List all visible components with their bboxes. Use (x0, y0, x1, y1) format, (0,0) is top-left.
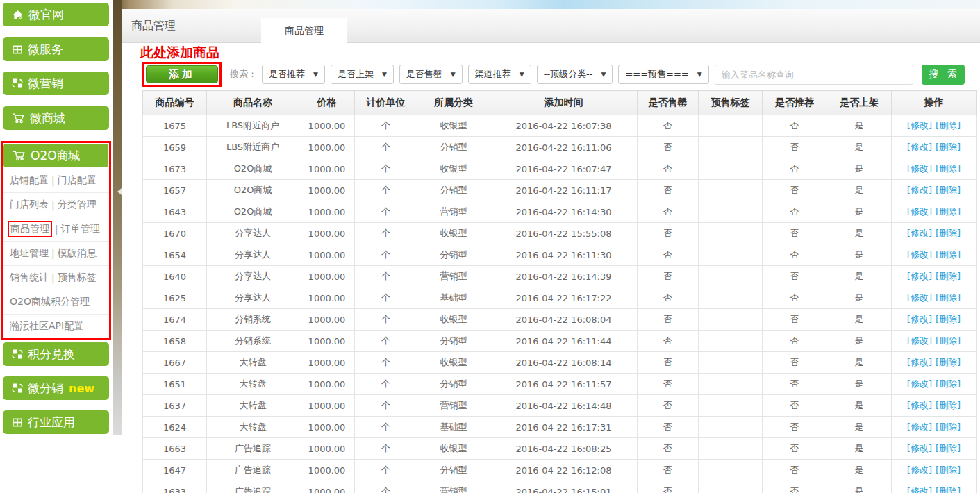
tab-product-management[interactable]: 商品管理 (261, 18, 347, 44)
delete-link[interactable]: [删除] (936, 249, 961, 260)
submenu-item-address-management[interactable]: 地址管理|模版消息 (3, 241, 109, 265)
edit-link[interactable]: [修改] (907, 120, 932, 131)
collapse-arrow-icon[interactable] (114, 188, 122, 195)
cell-actions: [修改][删除] (892, 137, 977, 158)
cell-product-name: 大转盘 (207, 395, 299, 417)
delete-link[interactable]: [删除] (936, 120, 961, 131)
onsale-filter[interactable]: 是否上架▼ (331, 65, 394, 84)
selected-value: 是否推荐 (269, 68, 305, 81)
delete-link[interactable]: [删除] (936, 443, 961, 453)
submenu-item-store-list[interactable]: 门店列表|分类管理 (3, 192, 109, 217)
cell-unit: 个 (355, 287, 417, 309)
submenu-label: 预售标签 (58, 271, 97, 284)
cell-recommended: 否 (763, 395, 827, 417)
delete-link[interactable]: [删除] (936, 206, 961, 217)
sidebar-item-o2o-mall[interactable]: O2O商城 (3, 144, 108, 167)
submenu-item-community-api[interactable]: 瀚沄社区API配置 (3, 314, 109, 338)
cell-price: 1000.00 (299, 201, 355, 223)
edit-link[interactable]: [修改] (907, 228, 932, 238)
cell-presale-tag (699, 438, 763, 460)
submenu-item-shop-config[interactable]: 店铺配置|门店配置 (3, 168, 109, 192)
edit-link[interactable]: [修改] (907, 292, 932, 303)
edit-link[interactable]: [修改] (907, 206, 932, 217)
delete-link[interactable]: [删除] (936, 314, 961, 324)
cell-category: 收银型 (417, 352, 490, 374)
submenu-item-o2o-points[interactable]: O2O商城积分管理 (3, 290, 109, 314)
recommend-filter[interactable]: 是否推荐▼ (262, 65, 325, 84)
sidebar-item-points-exchange[interactable]: 积分兑换 (3, 342, 109, 366)
delete-link[interactable]: [删除] (936, 465, 961, 475)
sidebar-item-micro-marketing[interactable]: 微营销 (3, 72, 109, 95)
cell-price: 1000.00 (299, 180, 355, 201)
submenu-item-sales-stats[interactable]: 销售统计|预售标签 (3, 265, 109, 290)
cell-actions: [修改][删除] (892, 309, 977, 331)
cell-presale-tag (699, 309, 763, 331)
sidebar-item-micro-service[interactable]: 微服务 (3, 37, 109, 61)
cell-price: 1000.00 (299, 438, 355, 460)
cell-on-sale: 是 (827, 266, 892, 287)
sidebar-item-micro-distribution[interactable]: 微分销new (3, 376, 109, 400)
cell-presale-tag (699, 137, 763, 158)
delete-link[interactable]: [删除] (936, 378, 961, 389)
sidebar-item-micro-site[interactable]: 微官网 (3, 3, 109, 26)
search-input[interactable] (715, 65, 913, 85)
delete-link[interactable]: [删除] (936, 400, 961, 410)
cart-icon (13, 150, 26, 161)
add-button[interactable]: 添加 (146, 65, 218, 83)
edit-link[interactable]: [修改] (907, 142, 932, 152)
edit-link[interactable]: [修改] (907, 249, 932, 260)
cell-price: 1000.00 (299, 287, 355, 309)
delete-link[interactable]: [删除] (936, 228, 961, 238)
edit-link[interactable]: [修改] (907, 421, 932, 432)
delete-link[interactable]: [删除] (936, 185, 961, 195)
edit-link[interactable]: [修改] (907, 400, 932, 410)
cell-presale-tag (699, 460, 763, 481)
edit-link[interactable]: [修改] (907, 163, 932, 174)
cell-unit: 个 (355, 244, 417, 266)
sidebar-item-micro-mall[interactable]: 微商城 (3, 106, 109, 130)
add-button-highlight-box: 添加 (142, 62, 222, 87)
delete-link[interactable]: [删除] (936, 292, 961, 303)
edit-link[interactable]: [修改] (907, 465, 932, 475)
delete-link[interactable]: [删除] (936, 271, 961, 281)
edit-link[interactable]: [修改] (907, 185, 932, 195)
edit-link[interactable]: [修改] (907, 378, 932, 389)
submenu-item-product-management[interactable]: 商品管理|订单管理 (3, 217, 109, 241)
cell-category: 基础型 (417, 287, 490, 309)
cell-price: 1000.00 (299, 244, 355, 266)
table-row: 1625分享达人1000.00个基础型2016-04-22 16:17:22否否… (143, 287, 977, 309)
cell-sold-out: 否 (638, 309, 699, 331)
cell-product-id: 1670 (143, 223, 207, 244)
cell-created-at: 2016-04-22 16:11:17 (490, 180, 638, 201)
edit-link[interactable]: [修改] (907, 486, 932, 493)
delete-link[interactable]: [删除] (936, 421, 961, 432)
cell-created-at: 2016-04-22 16:11:44 (490, 331, 638, 352)
soldout-filter[interactable]: 是否售罄▼ (399, 65, 463, 84)
cell-actions: [修改][删除] (892, 223, 977, 244)
edit-link[interactable]: [修改] (907, 271, 932, 281)
edit-link[interactable]: [修改] (907, 335, 932, 346)
channel-filter[interactable]: 渠道推荐▼ (468, 65, 531, 84)
cell-sold-out: 否 (638, 115, 699, 137)
delete-link[interactable]: [删除] (936, 142, 961, 152)
category-filter[interactable]: --顶级分类--▼ (537, 65, 613, 84)
presale-filter[interactable]: ===预售===▼ (618, 65, 708, 84)
cell-sold-out: 否 (638, 287, 699, 309)
search-button[interactable]: 搜 索 (922, 65, 965, 85)
edit-link[interactable]: [修改] (907, 443, 932, 453)
cell-sold-out: 否 (638, 331, 699, 352)
delete-link[interactable]: [删除] (936, 335, 961, 346)
delete-link[interactable]: [删除] (936, 163, 961, 174)
cell-category: 营销型 (417, 201, 490, 223)
boxes-icon (12, 383, 23, 394)
edit-link[interactable]: [修改] (907, 357, 932, 367)
chevron-down-icon: ▼ (313, 71, 318, 78)
cell-on-sale: 是 (827, 137, 892, 158)
cell-unit: 个 (355, 481, 417, 493)
delete-link[interactable]: [删除] (936, 357, 961, 367)
sidebar-item-industry-apps[interactable]: 行业应用 (3, 410, 109, 434)
delete-link[interactable]: [删除] (936, 486, 961, 493)
edit-link[interactable]: [修改] (907, 314, 932, 324)
cell-presale-tag (699, 266, 763, 287)
cell-actions: [修改][删除] (892, 331, 977, 352)
